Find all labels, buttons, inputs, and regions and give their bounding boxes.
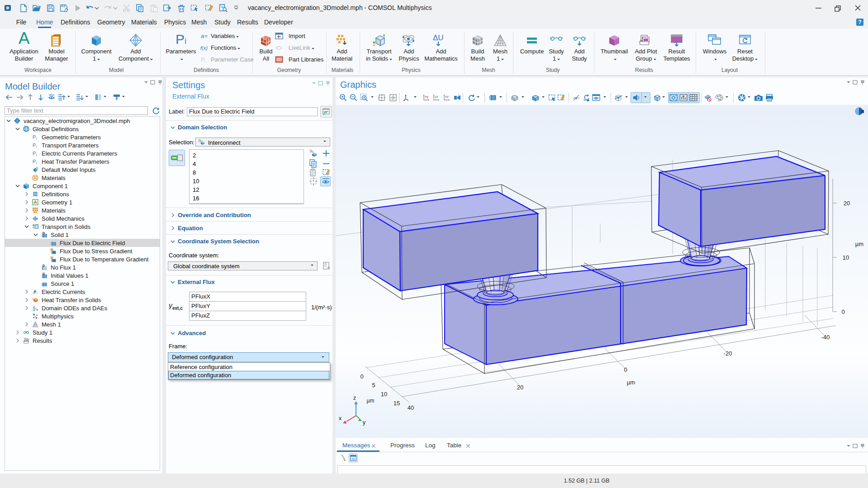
svg-text:i: i xyxy=(36,145,37,148)
svg-text:y: y xyxy=(363,419,366,426)
svg-text:0: 0 xyxy=(841,308,844,315)
svg-text:20: 20 xyxy=(844,200,850,207)
svg-text:f(x): f(x) xyxy=(200,45,208,51)
svg-text:xy: xy xyxy=(425,95,428,99)
svg-text:−: − xyxy=(36,292,38,295)
svg-text:z: z xyxy=(353,394,356,401)
svg-text:µm: µm xyxy=(627,379,635,386)
svg-text:dt: dt xyxy=(33,308,36,311)
svg-text:15: 15 xyxy=(394,400,400,407)
svg-text:a: a xyxy=(201,33,204,39)
svg-text:-40: -40 xyxy=(821,334,830,341)
svg-text:i: i xyxy=(36,161,37,165)
svg-text:ΔU: ΔU xyxy=(433,33,444,42)
svg-text:P: P xyxy=(33,142,36,148)
svg-text:0: 0 xyxy=(360,373,363,380)
svg-text:d: d xyxy=(33,305,35,308)
svg-text:P: P xyxy=(33,151,36,156)
svg-text:P: P xyxy=(33,159,36,164)
svg-text:10: 10 xyxy=(381,391,387,398)
svg-text:i: i xyxy=(36,153,37,156)
svg-text:x: x xyxy=(339,415,342,422)
svg-text:D: D xyxy=(43,232,45,235)
svg-text:10: 10 xyxy=(843,254,849,261)
svg-text:µm: µm xyxy=(855,241,863,247)
svg-text:i: i xyxy=(204,59,205,64)
svg-text:i: i xyxy=(36,137,37,140)
svg-text:5: 5 xyxy=(372,382,375,389)
svg-text:xz: xz xyxy=(445,95,449,99)
svg-text:µm: µm xyxy=(367,398,375,404)
svg-text:D: D xyxy=(43,264,45,267)
svg-text:20: 20 xyxy=(517,384,523,391)
svg-text:yz: yz xyxy=(435,95,438,99)
svg-text:0: 0 xyxy=(624,366,627,373)
svg-text:+: + xyxy=(33,292,34,295)
svg-text:=: = xyxy=(204,33,208,39)
svg-text:-20: -20 xyxy=(724,350,732,357)
svg-text:P: P xyxy=(33,134,36,140)
svg-text:D: D xyxy=(43,272,45,275)
svg-text:40: 40 xyxy=(408,404,414,411)
